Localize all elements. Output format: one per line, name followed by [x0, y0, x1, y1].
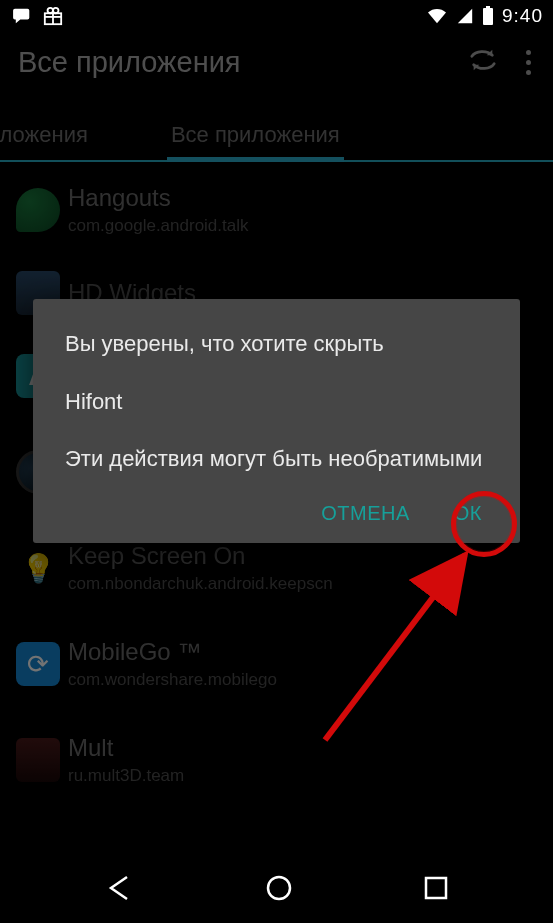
nav-bar — [0, 857, 553, 923]
wifi-icon — [426, 7, 448, 25]
svg-rect-6 — [486, 6, 490, 8]
svg-rect-9 — [426, 878, 446, 898]
dialog-message-line1: Вы уверены, что хотите скрыть — [65, 329, 488, 359]
chat-icon — [12, 7, 34, 25]
cancel-button[interactable]: ОТМЕНА — [321, 502, 410, 525]
svg-point-4 — [53, 8, 58, 13]
recents-button[interactable] — [423, 875, 449, 905]
confirm-dialog: Вы уверены, что хотите скрыть Hifont Эти… — [33, 299, 520, 543]
status-bar: 9:40 — [0, 0, 553, 32]
status-time: 9:40 — [502, 5, 543, 27]
back-button[interactable] — [105, 873, 135, 907]
svg-point-8 — [268, 877, 290, 899]
home-button[interactable] — [264, 873, 294, 907]
svg-rect-5 — [483, 8, 493, 25]
ok-button[interactable]: ОК — [454, 502, 482, 525]
gift-icon — [42, 6, 64, 26]
cell-signal-icon — [456, 7, 474, 25]
dialog-message-line3: Эти действия могут быть необратимыми — [65, 444, 488, 474]
battery-icon — [482, 6, 494, 26]
dialog-message-appname: Hifont — [65, 387, 488, 417]
